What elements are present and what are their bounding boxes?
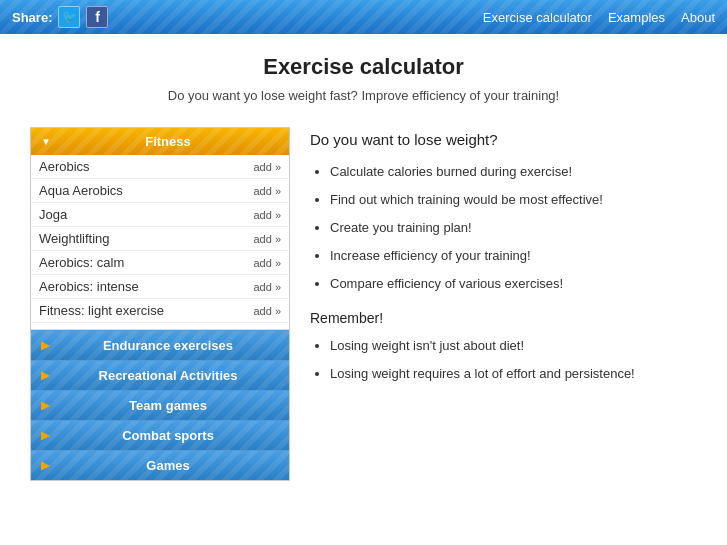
page-subtitle: Do you want yo lose weight fast? Improve… <box>30 88 697 103</box>
subcategory-endurance[interactable]: ▶ Endurance exercises <box>31 330 289 360</box>
nav-exercise-calculator-link[interactable]: Exercise calculator <box>483 10 592 25</box>
bullet-item: Compare efficiency of various exercises! <box>330 273 697 295</box>
subcategory-recreational[interactable]: ▶ Recreational Activities <box>31 360 289 390</box>
exercise-add-button[interactable]: add » <box>253 233 281 245</box>
exercise-item: Fitness: light exercise add » <box>31 299 289 323</box>
subcategory-arrow-icon: ▶ <box>41 429 49 442</box>
exercise-list[interactable]: Aerobics add » Aqua Aerobics add » Joga … <box>31 155 289 330</box>
remember-bullet-item: Losing weight requires a lot of effort a… <box>330 363 697 385</box>
exercise-name: Aerobics <box>39 159 90 174</box>
main-layout: ▼ Fitness Aerobics add » Aqua Aerobics a… <box>30 127 697 481</box>
remember-bullet-item: Losing weight isn't just about diet! <box>330 335 697 357</box>
exercise-name: Aqua Aerobics <box>39 183 123 198</box>
nav-examples-link[interactable]: Examples <box>608 10 665 25</box>
subcategory-games[interactable]: ▶ Games <box>31 450 289 480</box>
right-panel: Do you want to lose weight? Calculate ca… <box>310 127 697 397</box>
twitter-share-button[interactable]: 🐦 <box>58 6 80 28</box>
bullet-item: Find out which training would be most ef… <box>330 189 697 211</box>
subcategory-arrow-icon: ▶ <box>41 369 49 382</box>
bullet-item: Increase efficiency of your training! <box>330 245 697 267</box>
page-content: Exercise calculator Do you want yo lose … <box>0 34 727 501</box>
remember-label: Remember! <box>310 307 697 331</box>
exercise-item: Aerobics add » <box>31 155 289 179</box>
exercise-item: Weightlifting add » <box>31 227 289 251</box>
top-nav-bar: Share: 🐦 f Exercise calculator Examples … <box>0 0 727 34</box>
exercise-name: Aerobics: intense <box>39 279 139 294</box>
subcategory-label: Endurance exercises <box>57 338 279 353</box>
subcategory-arrow-icon: ▶ <box>41 339 49 352</box>
exercise-add-button[interactable]: add » <box>253 257 281 269</box>
exercise-item: Aerobics: calm add » <box>31 251 289 275</box>
exercise-add-button[interactable]: add » <box>253 185 281 197</box>
subcategory-arrow-icon: ▶ <box>41 459 49 472</box>
right-panel-heading: Do you want to lose weight? <box>310 127 697 153</box>
exercise-item: Aqua Aerobics add » <box>31 179 289 203</box>
share-area: Share: 🐦 f <box>12 6 108 28</box>
subcategory-label: Recreational Activities <box>57 368 279 383</box>
fitness-arrow-icon: ▼ <box>41 136 51 147</box>
subcategory-label: Team games <box>57 398 279 413</box>
bullet-item: Calculate calories burned during exercis… <box>330 161 697 183</box>
bullet-item: Create you training plan! <box>330 217 697 239</box>
exercise-name: Aerobics: calm <box>39 255 124 270</box>
exercise-add-button[interactable]: add » <box>253 161 281 173</box>
fitness-category-header[interactable]: ▼ Fitness <box>31 128 289 155</box>
exercise-name: Weightlifting <box>39 231 110 246</box>
fitness-category-title: Fitness <box>57 134 279 149</box>
exercise-name: Joga <box>39 207 67 222</box>
exercise-add-button[interactable]: add » <box>253 209 281 221</box>
exercise-item: Aerobics: intense add » <box>31 275 289 299</box>
share-label: Share: <box>12 10 52 25</box>
exercise-item: Joga add » <box>31 203 289 227</box>
left-panel: ▼ Fitness Aerobics add » Aqua Aerobics a… <box>30 127 290 481</box>
nav-links: Exercise calculator Examples About <box>483 10 715 25</box>
subcategory-label: Combat sports <box>57 428 279 443</box>
exercise-item: Fitness: moderate add » <box>31 323 289 330</box>
exercise-add-button[interactable]: add » <box>253 305 281 317</box>
exercise-name: Fitness: light exercise <box>39 303 164 318</box>
facebook-share-button[interactable]: f <box>86 6 108 28</box>
subcategory-arrow-icon: ▶ <box>41 399 49 412</box>
page-title: Exercise calculator <box>30 54 697 80</box>
remember-bullets: Losing weight isn't just about diet! Los… <box>330 335 697 385</box>
subcategory-label: Games <box>57 458 279 473</box>
subcategory-combat-sports[interactable]: ▶ Combat sports <box>31 420 289 450</box>
nav-about-link[interactable]: About <box>681 10 715 25</box>
exercise-add-button[interactable]: add » <box>253 281 281 293</box>
right-panel-bullets: Calculate calories burned during exercis… <box>330 161 697 295</box>
subcategory-team-games[interactable]: ▶ Team games <box>31 390 289 420</box>
